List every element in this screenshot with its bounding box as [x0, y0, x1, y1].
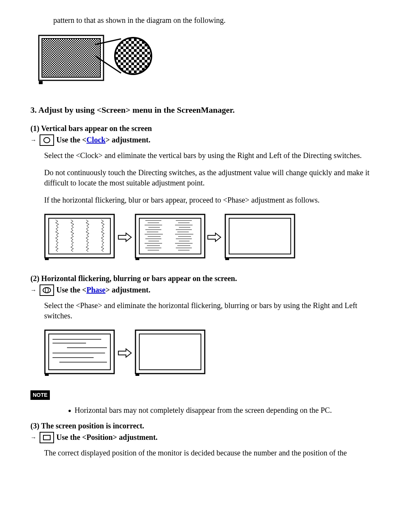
- step2-action-prefix: Use the <: [56, 286, 86, 294]
- position-icon: [40, 432, 54, 443]
- step1-action-prefix: Use the <: [56, 136, 86, 144]
- svg-rect-46: [135, 258, 139, 260]
- note-bullet-text: Horizontal bars may not completely disap…: [75, 406, 332, 414]
- phase-link[interactable]: Phase: [86, 286, 105, 294]
- bullet-icon: [68, 410, 71, 412]
- step2-para1: Select the <Phase> and eliminate the hor…: [44, 300, 381, 321]
- arrow-icon: →: [30, 286, 37, 294]
- step2-heading: (2) Horizontal flickering, blurring or b…: [30, 273, 381, 284]
- step1-heading: (1) Vertical bars appear on the screen: [30, 123, 381, 134]
- step2-action-line: → Use the <Phase> adjustment.: [30, 284, 381, 296]
- phase-icon: [40, 284, 54, 296]
- arrow-icon: →: [30, 136, 37, 144]
- svg-rect-62: [139, 334, 201, 370]
- svg-rect-7: [42, 38, 100, 77]
- step1-action-line: → Use the <Clock> adjustment.: [30, 134, 381, 146]
- svg-rect-48: [229, 218, 291, 254]
- svg-rect-60: [45, 374, 49, 376]
- svg-rect-63: [135, 374, 139, 376]
- clock-link[interactable]: Clock: [86, 136, 105, 144]
- note-bullet-row: Horizontal bars may not completely disap…: [68, 405, 381, 415]
- step2-action-suffix: > adjustment.: [105, 286, 150, 294]
- arrow-icon: →: [30, 433, 37, 442]
- step3-action-text: Use the <Position> adjustment.: [56, 432, 158, 443]
- section-3-heading: 3. Adjust by using <Screen> menu in the …: [30, 104, 381, 116]
- svg-point-12: [44, 137, 50, 143]
- note-badge: NOTE: [30, 390, 50, 400]
- step1-para2: Do not continuously touch the Directing …: [44, 168, 381, 188]
- svg-point-50: [43, 288, 51, 293]
- clock-icon: [40, 134, 54, 146]
- step1-para3: If the horizontal flickering, blur or ba…: [44, 195, 381, 205]
- step3-para1: The correct displayed position of the mo…: [44, 448, 381, 458]
- svg-rect-64: [43, 435, 50, 440]
- svg-rect-15: [45, 258, 49, 260]
- svg-point-51: [45, 288, 48, 293]
- intro-text: pattern to that as shown in the diagram …: [53, 15, 381, 26]
- step1-para1: Select the <Clock> and eliminate the ver…: [44, 150, 381, 161]
- svg-rect-49: [225, 258, 229, 260]
- diagram-phase-adjust: [44, 328, 381, 380]
- step3-action-line: → Use the <Position> adjustment.: [30, 432, 381, 443]
- step1-action-suffix: > adjustment.: [105, 136, 150, 144]
- diagram-clock-adjust: [44, 212, 381, 264]
- svg-point-11: [115, 38, 151, 74]
- svg-rect-17: [139, 218, 201, 254]
- step3-heading: (3) The screen position is incorrect.: [30, 421, 381, 431]
- diagram-checkerboard: [38, 33, 381, 89]
- svg-rect-8: [39, 81, 43, 84]
